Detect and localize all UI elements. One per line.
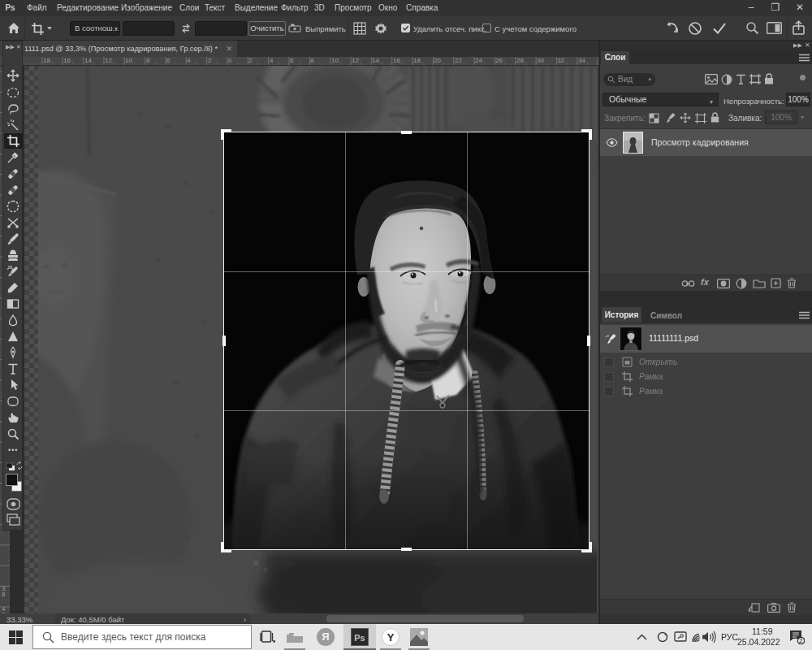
svg-text:2: 2 [799, 637, 803, 644]
